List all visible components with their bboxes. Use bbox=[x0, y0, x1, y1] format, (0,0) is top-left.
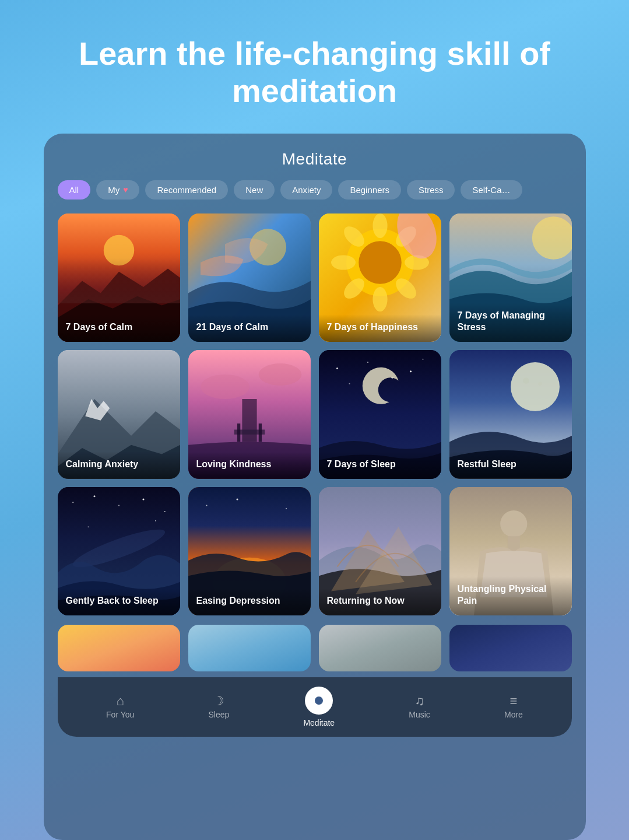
main-panel: Meditate All My ♥ Recommended New Anxiet… bbox=[44, 134, 586, 840]
svg-point-34 bbox=[409, 370, 411, 372]
svg-point-1 bbox=[103, 235, 134, 266]
card-kindness-label: Loving Kindness bbox=[188, 452, 311, 479]
svg-point-55 bbox=[285, 508, 286, 509]
moon-icon: ☽ bbox=[213, 695, 224, 708]
nav-music[interactable]: ♫ Music bbox=[409, 695, 430, 719]
card-kindness[interactable]: Loving Kindness bbox=[188, 350, 311, 479]
svg-point-40 bbox=[523, 378, 529, 384]
svg-point-15 bbox=[331, 255, 356, 270]
card-happiness[interactable]: 7 Days of Happiness bbox=[319, 214, 441, 342]
card-pain-label: Untangling Physical Pain bbox=[449, 576, 572, 616]
svg-point-44 bbox=[72, 502, 73, 503]
bottom-nav: ⌂ For You ☽ Sleep Meditate ♫ Music ≡ Mor… bbox=[58, 677, 572, 737]
svg-point-45 bbox=[93, 495, 95, 497]
tab-recommended[interactable]: Recommended bbox=[145, 180, 228, 200]
nav-more-label: More bbox=[504, 710, 523, 719]
card-calm-7-label: 7 Days of Calm bbox=[58, 314, 180, 342]
filter-tabs: All My ♥ Recommended New Anxiety Beginne… bbox=[58, 180, 572, 200]
svg-point-49 bbox=[87, 526, 89, 527]
hero-title: Learn the life-changing skill of meditat… bbox=[0, 0, 629, 134]
svg-point-36 bbox=[349, 383, 350, 384]
card-returning[interactable]: Returning to Now bbox=[319, 487, 441, 616]
svg-point-33 bbox=[367, 362, 368, 363]
card-depression[interactable]: Easing Depression bbox=[188, 487, 311, 616]
tab-anxiety[interactable]: Anxiety bbox=[280, 180, 332, 200]
card-partial-4[interactable] bbox=[449, 625, 572, 671]
card-stress[interactable]: 7 Days of Managing Stress bbox=[449, 214, 572, 342]
card-anxiety[interactable]: Calming Anxiety bbox=[58, 350, 180, 479]
nav-music-label: Music bbox=[409, 710, 430, 719]
svg-rect-28 bbox=[258, 424, 261, 442]
svg-point-30 bbox=[258, 363, 301, 386]
meditate-circle-icon bbox=[305, 687, 333, 715]
svg-point-46 bbox=[118, 505, 119, 506]
bottom-row-cards bbox=[58, 625, 572, 671]
card-returning-label: Returning to Now bbox=[319, 588, 441, 615]
tab-selfcare[interactable]: Self-Ca… bbox=[461, 180, 522, 200]
nav-sleep-label: Sleep bbox=[208, 710, 229, 719]
svg-point-32 bbox=[336, 368, 338, 369]
tab-my[interactable]: My ♥ bbox=[96, 180, 139, 200]
svg-rect-25 bbox=[242, 399, 256, 442]
tab-all[interactable]: All bbox=[58, 180, 91, 200]
nav-meditate[interactable]: Meditate bbox=[303, 687, 335, 727]
nav-for-you[interactable]: ⌂ For You bbox=[106, 695, 134, 719]
card-calm-21-label: 21 Days of Calm bbox=[188, 314, 311, 342]
card-back-sleep[interactable]: Gently Back to Sleep bbox=[58, 487, 180, 616]
svg-point-54 bbox=[236, 498, 238, 500]
hamburger-icon: ≡ bbox=[510, 695, 518, 708]
tab-new[interactable]: New bbox=[234, 180, 275, 200]
tab-stress[interactable]: Stress bbox=[407, 180, 455, 200]
nav-sleep[interactable]: ☽ Sleep bbox=[208, 695, 229, 719]
card-back-sleep-label: Gently Back to Sleep bbox=[58, 588, 180, 615]
svg-point-48 bbox=[164, 511, 165, 512]
card-anxiety-label: Calming Anxiety bbox=[58, 452, 180, 479]
svg-point-29 bbox=[201, 374, 250, 399]
card-partial-3[interactable] bbox=[319, 625, 441, 671]
home-icon: ⌂ bbox=[117, 695, 124, 708]
card-partial-1[interactable] bbox=[58, 625, 180, 671]
card-sleep-7[interactable]: 7 Days of Sleep bbox=[319, 350, 441, 479]
card-partial-2[interactable] bbox=[188, 625, 311, 671]
nav-more[interactable]: ≡ More bbox=[504, 695, 523, 719]
card-sleep-7-label: 7 Days of Sleep bbox=[319, 452, 441, 479]
card-happiness-label: 7 Days of Happiness bbox=[319, 314, 441, 342]
svg-point-60 bbox=[500, 510, 527, 537]
nav-for-you-label: For You bbox=[106, 710, 134, 719]
card-restful[interactable]: Restful Sleep bbox=[449, 350, 572, 479]
card-calm-7[interactable]: 7 Days of Calm bbox=[58, 214, 180, 342]
svg-point-9 bbox=[373, 214, 387, 238]
svg-point-35 bbox=[422, 359, 423, 360]
svg-point-50 bbox=[154, 520, 156, 521]
svg-point-53 bbox=[206, 505, 207, 506]
svg-point-8 bbox=[359, 241, 402, 284]
heart-icon: ♥ bbox=[123, 185, 128, 194]
cards-grid: 7 Days of Calm bbox=[58, 214, 572, 625]
card-stress-label: 7 Days of Managing Stress bbox=[449, 303, 572, 342]
music-icon: ♫ bbox=[414, 695, 424, 708]
svg-point-39 bbox=[511, 362, 560, 411]
tab-beginners[interactable]: Beginners bbox=[338, 180, 401, 200]
card-restful-label: Restful Sleep bbox=[449, 452, 572, 479]
panel-title: Meditate bbox=[58, 150, 572, 169]
card-calm-21[interactable]: 21 Days of Calm bbox=[188, 214, 311, 342]
svg-point-47 bbox=[142, 498, 144, 500]
svg-point-41 bbox=[538, 382, 542, 386]
card-pain[interactable]: Untangling Physical Pain bbox=[449, 487, 572, 616]
card-depression-label: Easing Depression bbox=[188, 588, 311, 615]
nav-meditate-label: Meditate bbox=[303, 718, 335, 727]
svg-point-13 bbox=[373, 287, 387, 312]
svg-rect-27 bbox=[237, 424, 240, 442]
